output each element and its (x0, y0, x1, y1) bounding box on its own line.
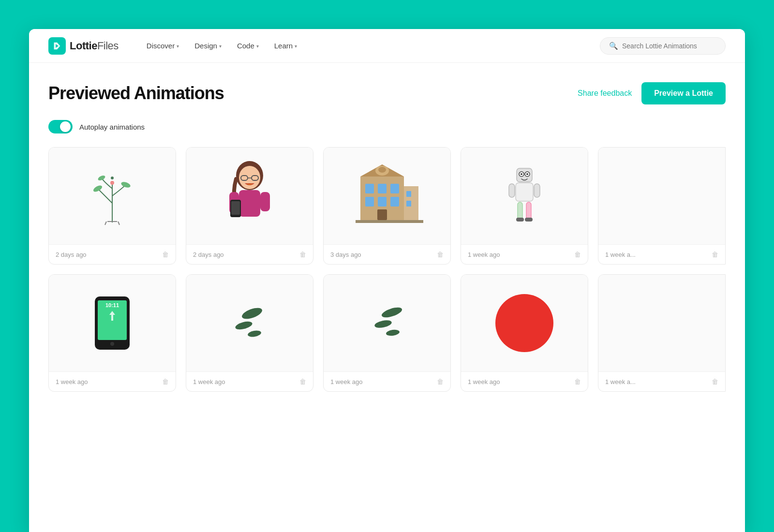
card-partial2[interactable]: 1 week a... 🗑 (598, 274, 726, 392)
card-robot-preview (461, 148, 588, 244)
card-phone-footer: 1 week ago 🗑 (49, 371, 176, 391)
page-title: Previewed Animations (48, 83, 224, 103)
card-redcircle-preview (461, 275, 588, 371)
search-input[interactable] (622, 42, 716, 50)
svg-rect-43 (526, 202, 531, 220)
logo-icon (48, 37, 66, 55)
svg-point-4 (110, 181, 114, 185)
preview-lottie-button[interactable]: Preview a Lottie (641, 82, 726, 104)
card-redcircle-footer: 1 week ago 🗑 (461, 371, 588, 391)
timestamp: 1 week ago (468, 378, 500, 385)
card-leaves1-footer: 1 week ago 🗑 (186, 371, 313, 391)
navbar: LottieFiles Discover ▾ Design ▾ Code ▾ L… (29, 29, 745, 63)
card-redcircle[interactable]: 1 week ago 🗑 (461, 274, 588, 392)
card-partial1[interactable]: 1 week a... 🗑 (598, 147, 726, 265)
timestamp: 2 days ago (56, 251, 87, 258)
chevron-down-icon: ▾ (295, 44, 297, 49)
autoplay-toggle[interactable] (48, 120, 73, 133)
svg-rect-23 (365, 184, 374, 193)
card-woman-preview (186, 148, 313, 244)
delete-icon[interactable]: 🗑 (712, 251, 718, 258)
timestamp: 3 days ago (330, 251, 361, 258)
search-bar[interactable]: 🔍 (600, 37, 726, 55)
timestamp: 1 week ago (330, 378, 363, 385)
delete-icon[interactable]: 🗑 (299, 251, 306, 258)
chevron-down-icon: ▾ (219, 44, 222, 49)
card-leaves1[interactable]: 1 week ago 🗑 (186, 274, 313, 392)
timestamp: 1 week a... (605, 251, 636, 258)
nav-item-discover[interactable]: Discover ▾ (140, 38, 186, 54)
svg-point-5 (111, 177, 114, 179)
card-plant-preview (49, 148, 176, 244)
card-leaves1-preview (186, 275, 313, 371)
svg-point-48 (247, 330, 262, 338)
svg-rect-31 (406, 191, 411, 197)
phone-screen: 10:11 (98, 300, 127, 340)
chevron-down-icon: ▾ (256, 44, 259, 49)
red-circle-visual (495, 294, 553, 352)
card-partial2-preview (598, 275, 725, 371)
logo-text: LottieFiles (70, 40, 119, 52)
svg-rect-39 (516, 183, 533, 201)
svg-point-49 (381, 306, 403, 320)
delete-icon[interactable]: 🗑 (437, 378, 444, 385)
svg-line-7 (105, 222, 106, 225)
svg-rect-25 (390, 184, 399, 193)
svg-point-10 (239, 166, 260, 189)
nav-item-learn[interactable]: Learn ▾ (268, 38, 304, 54)
phone-visual: 10:11 (95, 296, 130, 350)
timestamp: 2 days ago (193, 251, 224, 258)
nav-item-design[interactable]: Design ▾ (188, 38, 228, 54)
timestamp: 1 week ago (56, 378, 88, 385)
svg-point-51 (386, 329, 400, 337)
card-woman[interactable]: 2 days ago 🗑 (186, 147, 313, 265)
browser-window: LottieFiles Discover ▾ Design ▾ Code ▾ L… (29, 29, 745, 532)
delete-icon[interactable]: 🗑 (437, 251, 444, 258)
svg-point-37 (521, 173, 522, 175)
toggle-knob (60, 121, 71, 132)
delete-icon[interactable]: 🗑 (299, 378, 306, 385)
card-robot[interactable]: 1 week ago 🗑 (461, 147, 588, 265)
timestamp: 1 week ago (468, 251, 500, 258)
svg-point-47 (235, 320, 253, 331)
svg-point-50 (374, 319, 392, 329)
delete-icon[interactable]: 🗑 (162, 251, 169, 258)
card-phone-preview: 10:11 (49, 275, 176, 371)
timestamp: 1 week a... (605, 378, 636, 385)
nav-item-code[interactable]: Code ▾ (230, 38, 266, 54)
card-partial2-footer: 1 week a... 🗑 (598, 371, 725, 391)
svg-rect-40 (509, 184, 515, 197)
card-leaves2-preview (324, 275, 450, 371)
svg-point-3 (97, 175, 106, 181)
card-plant-footer: 2 days ago 🗑 (49, 244, 176, 264)
svg-rect-28 (390, 197, 399, 207)
svg-rect-27 (378, 197, 387, 207)
nav-links: Discover ▾ Design ▾ Code ▾ Learn ▾ (140, 38, 584, 54)
autoplay-label: Autoplay animations (79, 123, 145, 131)
logo[interactable]: LottieFiles (48, 37, 119, 55)
card-robot-footer: 1 week ago 🗑 (461, 244, 588, 264)
autoplay-row: Autoplay animations (48, 120, 726, 133)
svg-rect-16 (260, 192, 270, 211)
phone-time: 10:11 (105, 302, 119, 308)
delete-icon[interactable]: 🗑 (712, 378, 718, 385)
timestamp: 1 week ago (193, 378, 225, 385)
delete-icon[interactable]: 🗑 (574, 378, 581, 385)
card-partial1-preview (598, 148, 725, 244)
svg-point-22 (378, 167, 386, 173)
svg-rect-45 (525, 218, 533, 222)
card-plant[interactable]: 2 days ago 🗑 (48, 147, 176, 265)
svg-rect-18 (231, 201, 240, 215)
svg-rect-32 (406, 201, 411, 207)
delete-icon[interactable]: 🗑 (162, 378, 169, 385)
card-phone[interactable]: 10:11 1 week ago 🗑 (48, 274, 176, 392)
card-building[interactable]: 3 days ago 🗑 (323, 147, 451, 265)
card-leaves2[interactable]: 1 week ago 🗑 (323, 274, 451, 392)
svg-point-46 (240, 306, 264, 321)
phone-home-button (110, 342, 114, 346)
delete-icon[interactable]: 🗑 (574, 251, 581, 258)
search-icon: 🔍 (609, 42, 618, 50)
card-woman-footer: 2 days ago 🗑 (186, 244, 313, 264)
share-feedback-link[interactable]: Share feedback (578, 89, 632, 98)
card-leaves2-footer: 1 week ago 🗑 (324, 371, 450, 391)
